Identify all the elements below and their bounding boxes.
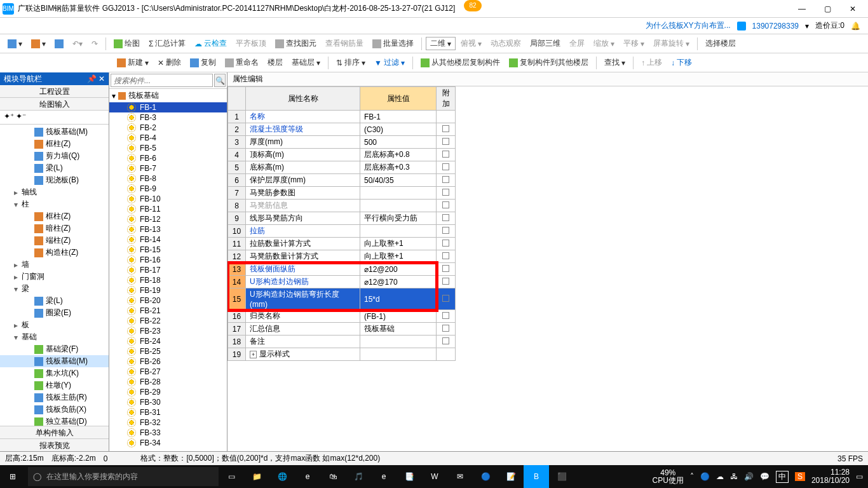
checkbox[interactable] (442, 151, 449, 158)
component-root[interactable]: ▾ 筏板基础 (109, 89, 227, 102)
app-6[interactable]: e (371, 465, 397, 488)
tray-net-icon[interactable]: 🖧 (730, 472, 738, 481)
fullscreen-button[interactable]: 全屏 (566, 37, 588, 50)
app-7[interactable]: 📑 (397, 465, 422, 488)
new-file-button[interactable]: ▾ (4, 38, 26, 50)
component-item[interactable]: FB-24 (109, 336, 227, 346)
tree-item[interactable]: 暗柱(Z) (0, 222, 109, 234)
app-10[interactable]: 🔵 (473, 465, 498, 488)
bell-icon[interactable]: 🔔 (851, 22, 860, 30)
checkbox[interactable] (442, 125, 449, 132)
screen-rotate-button[interactable]: 屏幕旋转▾ (649, 37, 693, 50)
nav-tree[interactable]: 筏板基础(M)框柱(Z)剪力墙(Q)梁(L)现浇板(B)▸轴线▾柱框柱(Z)暗柱… (0, 125, 109, 426)
component-item[interactable]: FB-1 (109, 102, 227, 112)
component-item[interactable]: FB-2 (109, 123, 227, 133)
app-12[interactable]: B (524, 465, 549, 488)
checkbox[interactable] (442, 265, 449, 272)
nav-section-project[interactable]: 工程设置 (0, 85, 109, 98)
tree-item[interactable]: 框柱(Z) (0, 210, 109, 222)
help-link[interactable]: 为什么筏板XY方向布置... (646, 20, 731, 31)
component-item[interactable]: FB-7 (109, 163, 227, 173)
tree-item[interactable]: ▸轴线 (0, 186, 109, 198)
property-row[interactable]: 5底标高(m)层底标高+0.3 (228, 161, 456, 174)
tree-item[interactable]: 现浇板(B) (0, 174, 109, 186)
minimize-button[interactable]: — (789, 1, 815, 17)
checkbox[interactable] (442, 240, 449, 247)
component-item[interactable]: FB-16 (109, 255, 227, 265)
tree-item[interactable]: ▸门窗洞 (0, 271, 109, 283)
app-3[interactable]: e (295, 465, 320, 488)
component-item[interactable]: FB-6 (109, 153, 227, 163)
checkbox[interactable] (442, 214, 449, 221)
component-item[interactable]: FB-5 (109, 143, 227, 153)
tree-item[interactable]: 筏板基础(M) (0, 355, 109, 367)
tb-sort-button[interactable]: ⇅ 排序 ▾ (332, 56, 369, 69)
app-8[interactable]: W (422, 465, 447, 488)
component-item[interactable]: FB-19 (109, 285, 227, 295)
tb-copyfrom-button[interactable]: 从其他楼层复制构件 (417, 56, 504, 69)
tb-delete-button[interactable]: ✕ 删除 (154, 56, 185, 69)
property-row[interactable]: 14U形构造封边钢筋⌀12@170 (228, 276, 456, 288)
tree-item[interactable]: 圈梁(E) (0, 307, 109, 319)
component-item[interactable]: FB-17 (109, 265, 227, 275)
component-item[interactable]: FB-27 (109, 367, 227, 377)
property-row[interactable]: 3厚度(mm)500 (228, 136, 456, 149)
checkbox[interactable] (442, 138, 449, 145)
component-tree[interactable]: ▾ 筏板基础 FB-1FB-3FB-2FB-4FB-5FB-6FB-7FB-8F… (109, 89, 227, 451)
flat-button[interactable]: 平齐板顶 (232, 37, 270, 50)
tree-item[interactable]: 端柱(Z) (0, 234, 109, 247)
local3d-button[interactable]: 局部三维 (526, 37, 564, 50)
property-row[interactable]: 13筏板侧面纵筋⌀12@200 (228, 263, 456, 276)
view-steel-button[interactable]: 查看钢筋量 (322, 37, 367, 50)
app-13[interactable]: ⬛ (549, 465, 574, 488)
tree-item[interactable]: ▸板 (0, 319, 109, 331)
cpu-meter[interactable]: 49%CPU使用 (653, 469, 684, 484)
component-item[interactable]: FB-28 (109, 377, 227, 387)
tree-item[interactable]: 梁(L) (0, 162, 109, 174)
sum-button[interactable]: Σ 汇总计算 (145, 37, 189, 50)
property-row[interactable]: 4顶标高(m)层底标高+0.8 (228, 149, 456, 161)
component-item[interactable]: FB-18 (109, 275, 227, 285)
taskbar-search[interactable]: ◯ 在这里输入你要搜索的内容 (28, 467, 219, 486)
tree-item[interactable]: 构造柱(Z) (0, 247, 109, 259)
checkbox[interactable] (442, 312, 449, 319)
component-item[interactable]: FB-20 (109, 295, 227, 306)
tray-up-icon[interactable]: ˄ (690, 472, 694, 481)
tb-filter-button[interactable]: ▼ 过滤 ▾ (370, 56, 409, 69)
component-item[interactable]: FB-15 (109, 245, 227, 255)
app-1[interactable]: 📁 (244, 465, 269, 488)
look-button[interactable]: 俯视▾ (457, 37, 485, 50)
ime-indicator[interactable]: 中 (776, 471, 789, 483)
dyn-button[interactable]: 动态观察 (487, 37, 525, 50)
tray-bt-icon[interactable]: 🔵 (700, 472, 710, 481)
checkbox[interactable] (442, 201, 449, 208)
save-button[interactable] (51, 38, 67, 50)
tree-item[interactable]: 筏板负筋(X) (0, 403, 109, 416)
component-item[interactable]: FB-33 (109, 428, 227, 438)
property-row[interactable]: 6保护层厚度(mm)50/40/35 (228, 174, 456, 187)
tb-copyto-button[interactable]: 复制构件到其他楼层 (505, 56, 592, 69)
tray-vol-icon[interactable]: 🔊 (744, 472, 754, 481)
app-5[interactable]: 🎵 (346, 465, 371, 488)
component-item[interactable]: FB-31 (109, 407, 227, 417)
component-item[interactable]: FB-22 (109, 316, 227, 326)
component-item[interactable]: FB-11 (109, 204, 227, 214)
component-item[interactable]: FB-30 (109, 397, 227, 407)
tb-copy-button[interactable]: 复制 (186, 56, 220, 69)
app-4[interactable]: 🛍 (320, 465, 346, 488)
tree-item[interactable]: 剪力墙(Q) (0, 150, 109, 162)
search-button[interactable]: 🔍 (214, 74, 226, 87)
component-item[interactable]: FB-4 (109, 133, 227, 143)
component-item[interactable]: FB-23 (109, 326, 227, 336)
cloud-check-button[interactable]: ☁云检查 (191, 37, 231, 50)
property-row[interactable]: 2混凝土强度等级(C30) (228, 123, 456, 136)
tree-item[interactable]: ▾基础 (0, 331, 109, 343)
component-item[interactable]: FB-8 (109, 173, 227, 184)
tb-find-button[interactable]: 查找 ▾ (600, 56, 629, 69)
checkbox[interactable] (442, 278, 449, 285)
tree-item[interactable]: 集水坑(K) (0, 367, 109, 379)
tb-up-button[interactable]: ↑ 上移 (637, 56, 666, 69)
pin-icon[interactable]: 📌 ✕ (87, 74, 105, 83)
component-item[interactable]: FB-32 (109, 417, 227, 428)
property-row[interactable]: 1名称FB-1 (228, 111, 456, 123)
